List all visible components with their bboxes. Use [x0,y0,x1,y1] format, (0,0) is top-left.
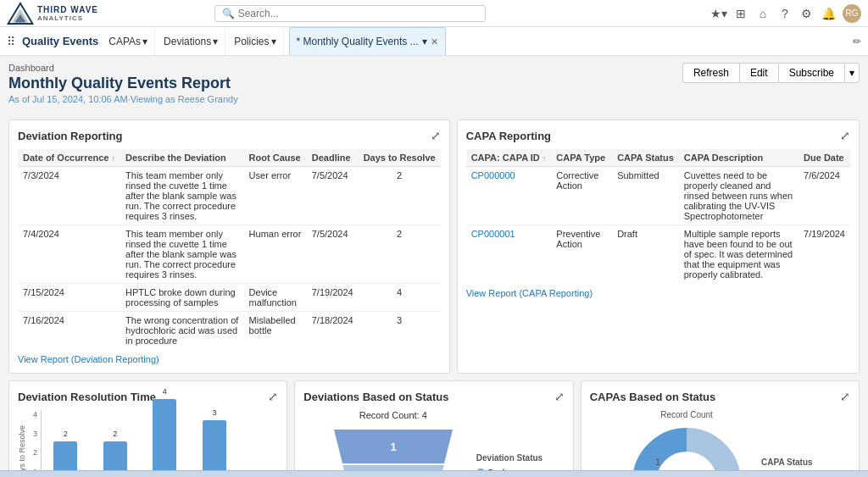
dev-status-header: Deviations Based on Status ⤢ [303,390,564,403]
deviations-status-panel: Deviations Based on Status ⤢ Record Coun… [294,380,573,477]
page-title: Monthly Quality Events Report [8,75,238,92]
home-icon[interactable]: ⌂ [754,5,771,22]
active-tab[interactable]: * Monthly Quality Events ... ▾ ✕ [289,27,446,55]
search-icon: 🔍 [222,8,235,19]
capa-status-title: CAPAs Based on Status [590,391,716,403]
capa-id-link-2[interactable]: CP000001 [471,229,515,239]
capa-expand-icon[interactable]: ⤢ [840,129,850,142]
tab-close-icon[interactable]: ✕ [431,36,438,47]
logo-text: THIRD WAVE [37,5,98,14]
table-row: 7/3/2024 This team member only rinsed th… [18,167,441,225]
subscribe-dropdown-button[interactable]: ▾ [844,63,860,83]
funnel-chart-area: Record Count: 4 1 2 1 [303,410,564,477]
table-row: 7/4/2024 This team member only rinsed th… [18,225,441,284]
legend-title: Deviation Status [476,453,542,463]
app-title-link[interactable]: Quality Events [22,35,98,47]
capa-record-count-label: Record Count [660,410,713,419]
edit-button[interactable]: Edit [739,63,778,83]
tab-label: * Monthly Quality Events ... [297,36,419,47]
y-axis-title: Sum of Days to Resolve [18,425,26,477]
deviation-res-header: Deviation Resolution Time ⤢ [18,390,278,403]
deviation-resolution-panel: Deviation Resolution Time ⤢ Sum of Days … [8,380,287,477]
deviations-chevron-icon: ▾ [213,36,218,47]
top-navigation: THIRD WAVE ANALYTICS 🔍 ★▾ ⊞ ⌂ ? ⚙ 🔔 RG [0,0,868,27]
help-icon[interactable]: ? [776,5,793,22]
dev-status-title: Deviations Based on Status [303,391,448,403]
record-count-label: Record Count: 4 [359,410,427,420]
deviation-table: Date of Occurrence ↑ Describe the Deviat… [18,149,441,349]
col-capa-type: CAPA Type [551,149,612,167]
scroll-bar-bottom[interactable] [0,470,868,477]
bottom-panels-row: Deviation Resolution Time ⤢ Sum of Days … [8,380,860,477]
funnel-svg: 1 2 1 [326,425,461,477]
capas-menu[interactable]: CAPAs ▾ [102,27,155,55]
deviation-panel-header: Deviation Reporting ⤢ [18,129,441,142]
deviation-panel-title: Deviation Reporting [18,130,123,142]
capa-status-expand-icon[interactable]: ⤢ [840,390,850,403]
subscribe-button[interactable]: Subscribe [778,63,844,83]
top-panels-row: Deviation Reporting ⤢ Date of Occurrence… [8,119,860,374]
edit-pencil-icon[interactable]: ✏ [853,36,861,47]
capa-table: CAPA: CAPA ID ↑ CAPA Type CAPA Status CA… [466,149,850,283]
table-row: 7/15/2024 HPTLC broke down during proces… [18,284,441,312]
page-action-buttons: Refresh Edit Subscribe ▾ [682,63,860,83]
col-due-date: Due Date [798,149,850,167]
search-input[interactable] [238,8,478,19]
grid-icon[interactable]: ⊞ [732,5,749,22]
search-bar[interactable]: 🔍 [214,5,486,22]
capas-chevron-icon: ▾ [142,36,147,47]
deviation-expand-icon[interactable]: ⤢ [431,129,441,142]
policies-menu[interactable]: Policies ▾ [227,27,283,55]
dev-status-expand-icon[interactable]: ⤢ [554,390,565,403]
col-days: Days to Resolve [359,149,441,167]
deviation-res-expand-icon[interactable]: ⤢ [268,390,278,403]
refresh-button[interactable]: Refresh [682,63,739,83]
capa-status-header: CAPAs Based on Status ⤢ [590,390,850,403]
capa-reporting-panel: CAPA Reporting ⤢ CAPA: CAPA ID ↑ CAPA Ty… [457,119,860,374]
y-axis-labels: 0 1 2 3 4 [33,410,37,477]
bar-chart: 2 D000000 2 [41,410,238,477]
settings-icon[interactable]: ⚙ [798,5,815,22]
svg-text:1: 1 [655,457,660,467]
breadcrumb: Dashboard [8,63,238,73]
table-row: 7/16/2024 The wrong concentration of hyd… [18,312,441,350]
table-row: CP000001 Preventive Action Draft Multipl… [466,225,850,284]
deviation-res-title: Deviation Resolution Time [18,391,156,403]
bar-value-display: 3 [203,420,226,477]
logo-subtext: ANALYTICS [37,14,98,22]
capa-view-report-link[interactable]: View Report (CAPA Reporting) [466,288,850,298]
capas-status-panel: CAPAs Based on Status ⤢ Record Count [581,380,860,477]
donut-svg: 2 1 1 [627,423,746,477]
col-capa-status: CAPA Status [612,149,679,167]
deviation-reporting-panel: Deviation Reporting ⤢ Date of Occurrence… [8,119,450,374]
apps-grid-icon[interactable]: ⠿ [7,35,15,48]
col-date: Date of Occurrence ↑ [18,149,120,167]
deviation-view-report-link[interactable]: View Report (Deviation Reporting) [18,354,441,364]
col-deadline: Deadline [307,149,359,167]
col-describe: Describe the Deviation [120,149,244,167]
main-content: Dashboard Monthly Quality Events Report … [0,56,868,477]
capa-legend-title: CAPA Status [761,458,813,467]
capa-panel-header: CAPA Reporting ⤢ [466,129,850,142]
nav-icons: ★▾ ⊞ ⌂ ? ⚙ 🔔 RG [710,4,861,23]
page-header: Dashboard Monthly Quality Events Report … [8,63,860,113]
bar-d000003: 3 D000003 [199,420,231,477]
policies-chevron-icon: ▾ [271,36,276,47]
donut-chart-area: Record Count 2 [590,410,850,477]
tab-chevron-icon[interactable]: ▾ [422,36,427,47]
col-rootcause: Root Cause [244,149,307,167]
col-capa-desc: CAPA Description [679,149,798,167]
deviations-menu[interactable]: Deviations ▾ [157,27,225,55]
notifications-icon[interactable]: 🔔 [821,5,837,22]
svg-text:1: 1 [390,441,396,453]
table-row: CP000000 Corrective Action Submitted Cuv… [466,167,850,225]
capa-id-link[interactable]: CP000000 [471,170,515,180]
capa-panel-title: CAPA Reporting [466,130,551,142]
favorites-icon[interactable]: ★▾ [710,5,727,22]
app-logo[interactable]: THIRD WAVE ANALYTICS [7,2,98,25]
avatar[interactable]: RG [843,4,861,23]
bar-d000002: 4 D000002 [149,399,181,477]
col-capa-id: CAPA: CAPA ID ↑ [466,149,552,167]
bar-value-display: 4 [153,399,176,477]
second-navigation: ⠿ Quality Events CAPAs ▾ Deviations ▾ Po… [0,27,868,56]
